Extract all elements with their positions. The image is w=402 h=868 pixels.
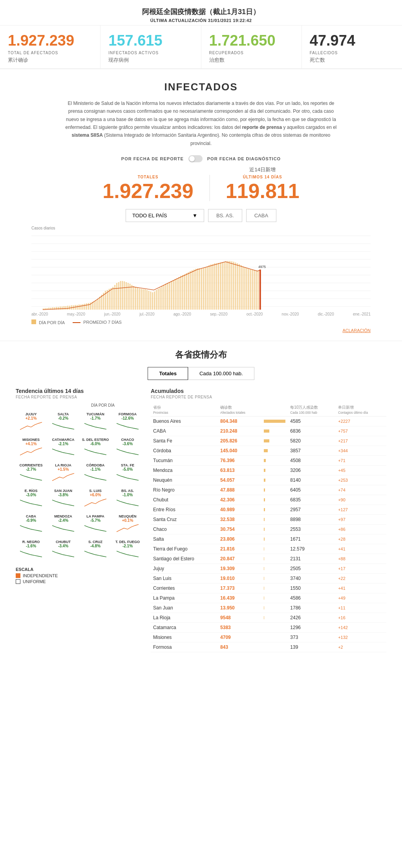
toggle-switch[interactable] [188,155,203,162]
scale-independiente[interactable]: INDEPENDIENTE [16,573,143,578]
daily-value: +41 [336,584,386,593]
trend-pct: -2.1% [114,544,141,548]
daily-value: +11 [336,603,386,613]
trend-item: E. RÍOS -3.0% [16,487,46,511]
daily-value: +97 [336,515,386,525]
svg-rect-113 [237,263,238,310]
svg-rect-112 [235,262,236,310]
trend-pct: -3.0% [17,493,45,497]
checkbox-uniforme[interactable] [16,579,20,584]
total-value: 63.813 [218,466,261,475]
recuperados-number: 1.721.650 [209,33,294,49]
table-row: Salta 23.806 1671 +28 [151,534,386,544]
totales-number: 1.927.239 [102,181,193,201]
daily-value: +16 [336,613,386,623]
svg-rect-76 [167,283,168,310]
province-name: Corrientes [151,584,218,593]
scale-uniforme[interactable]: UNIFORME [16,579,143,584]
trend-item: CABA -0.9% [16,513,46,537]
checkbox-independiente[interactable] [16,573,20,578]
trend-pct: -1.0% [114,493,141,497]
svg-rect-109 [229,261,230,310]
trend-pct: -1.7% [82,416,109,420]
total-value: 54.057 [218,475,261,485]
trend-item: CORRIENTES -2.7% [16,462,46,486]
daily-value: +142 [336,623,386,633]
trend-item: S. LUIS +6.0% [80,487,111,511]
per100k-value: 8898 [288,515,336,525]
daily-value: +17 [336,564,386,574]
country-dropdown[interactable]: TODO EL PAÍS ▼ [126,209,204,222]
trend-province-name: BS. AS. [114,489,141,493]
trend-sparkline-svg [82,497,109,508]
bar-visual [264,606,264,609]
trend-item: CHACO -3.6% [112,436,143,460]
daily-value: +28 [336,534,386,544]
daily-value: +88 [336,554,386,564]
tendencia-subtitle: FECHA REPORTE DE PRENSA [16,395,143,399]
svg-rect-21 [64,306,65,310]
trend-sparkline-svg [17,446,45,457]
bar-cell [261,485,288,495]
filter-row: TODO EL PAÍS ▼ BS. AS. CABA [24,209,378,222]
trend-item: S. CRUZ -4.8% [80,538,111,562]
page-title: 阿根廷全国疫情数据（截止1月31日） [0,7,402,17]
provincias-table: 省份Provincias 确诊数Afectados totales 每10万人感… [151,403,386,652]
svg-rect-53 [124,281,125,310]
trend-pct: -0.9% [17,518,45,523]
svg-rect-108 [227,261,228,310]
trend-province-name: S. LUIS [82,489,109,493]
bs-as-button[interactable]: BS. AS. [208,209,242,222]
per100k-value: 4585 [288,417,336,426]
aclaracion-link[interactable]: ACLARACIÓN [31,328,371,333]
caba-button[interactable]: CABA [246,209,276,222]
daily-value: +45 [336,466,386,475]
table-row: Santiago del Estero 20.847 2131 +88 [151,554,386,564]
date-toggle[interactable]: POR FECHA DE REPORTE POR FECHA DE DIAGNÓ… [24,155,378,162]
table-row: Córdoba 145.040 3857 +344 [151,446,386,456]
svg-rect-100 [212,264,214,310]
table-row: Corrientes 17.373 1550 +41 [151,584,386,593]
province-name: Salta [151,534,218,544]
trend-sparkline-svg [82,472,109,483]
acumulados-title: Acumulados [151,388,386,394]
chart-area: Casos diarios [31,226,371,333]
svg-rect-31 [82,304,84,310]
total-value: 210.248 [218,426,261,436]
trend-item: MENDOZA -2.4% [48,513,79,537]
table-row: Catamarca 5383 1296 +142 [151,623,386,633]
trend-province-name: S. DEL ESTERO [82,438,109,442]
table-row: Mendoza 63.813 3206 +45 [151,466,386,475]
acumulados-subtitle: FECHA REPORTE DE PRENSA [151,395,386,399]
trend-item: MISIONES +4.1% [16,436,46,460]
bar-cell [261,544,288,554]
svg-rect-39 [97,299,99,310]
tab-per100k[interactable]: Cada 100.000 hab. [188,367,254,380]
daily-value: +41 [336,544,386,554]
col-per100k: 每10万人感染数Cada 100.000 hab [288,403,336,417]
trend-pct: -3.4% [49,544,77,548]
svg-rect-56 [130,284,131,310]
svg-rect-101 [214,263,216,310]
total-value: 9548 [218,613,261,623]
province-name: San Juan [151,603,218,613]
bar-visual [264,479,265,482]
svg-rect-102 [216,263,217,310]
bar-cell [261,633,288,642]
svg-rect-90 [194,270,195,310]
total-value: 21.816 [218,544,261,554]
totales-right: 近14日新增 ÚLTIMOS 14 DÍAS 119.811 [210,166,300,201]
ultimos-sublabel: 近14日新增 [226,166,300,173]
trend-item: LA PAMPA -5.7% [80,513,111,537]
svg-rect-69 [154,292,155,310]
per100k-value: 2505 [288,564,336,574]
trend-item: TUCUMÁN -1.7% [80,411,111,435]
total-value: 145.040 [218,446,261,456]
svg-rect-46 [111,288,112,310]
svg-rect-71 [158,289,159,310]
fallecidos-number: 47.974 [310,33,394,49]
bar-cell [261,642,288,652]
tab-totales[interactable]: Totales [148,367,188,380]
bar-visual [264,429,269,433]
svg-rect-51 [120,281,121,310]
